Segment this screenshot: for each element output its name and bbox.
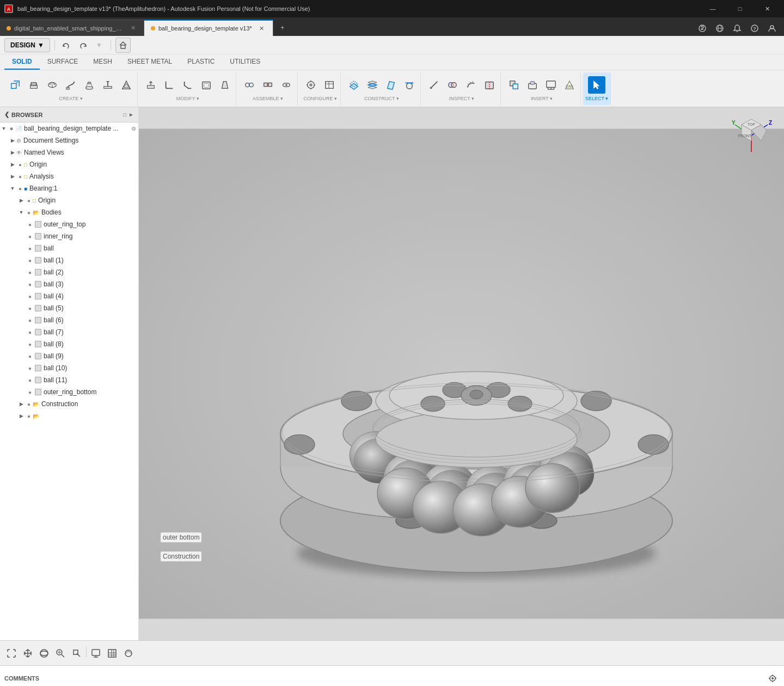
tree-item-body-9[interactable]: ● ball (7) xyxy=(0,326,138,338)
section-analysis-tool[interactable] xyxy=(481,76,498,94)
chamfer-tool[interactable] xyxy=(179,76,197,94)
fillet-tool[interactable] xyxy=(161,76,178,94)
joint-tool[interactable] xyxy=(241,76,258,94)
tree-item-body-11[interactable]: ● ball (9) xyxy=(0,350,138,362)
tree-item-body-5[interactable]: ● ball (3) xyxy=(0,278,138,290)
tree-item-body-12[interactable]: ● ball (10) xyxy=(0,362,138,374)
fit-screen-button[interactable] xyxy=(4,646,19,660)
eye-body-14[interactable]: ● xyxy=(26,388,34,396)
tree-item-origin[interactable]: ▶ ● □ Origin xyxy=(0,158,138,170)
tab-mesh[interactable]: MESH xyxy=(85,54,120,70)
eye-body-0[interactable]: ● xyxy=(26,220,34,228)
display-settings-button[interactable] xyxy=(89,646,103,660)
tab-solid[interactable]: SOLID xyxy=(4,54,40,70)
tab-2[interactable]: ball_bearing_design_template v13* ✕ xyxy=(144,20,273,36)
undo-history-button[interactable]: ▼ xyxy=(92,38,106,52)
insert-derive-tool[interactable] xyxy=(505,76,523,94)
tree-item-body-13[interactable]: ● ball (11) xyxy=(0,374,138,386)
web-tool[interactable] xyxy=(118,76,135,94)
midplane-tool[interactable] xyxy=(364,76,381,94)
eye-body-13[interactable]: ● xyxy=(26,376,34,384)
view-cube[interactable]: Z Y TOP FRONT xyxy=(730,114,773,157)
tree-item-origin2[interactable]: ▶ ● □ Origin xyxy=(0,194,138,206)
account-button[interactable] xyxy=(764,21,780,36)
tree-item-construction[interactable]: ▶ ● 📂 xyxy=(0,410,138,422)
tab-surface[interactable]: SURFACE xyxy=(40,54,86,70)
loft-tool[interactable] xyxy=(81,76,98,94)
extensions-button[interactable] xyxy=(695,21,710,36)
tree-item-body-0[interactable]: ● outer_ring_top xyxy=(0,218,138,230)
help-button[interactable]: ? xyxy=(747,21,762,36)
tree-item-body-3[interactable]: ● ball (1) xyxy=(0,254,138,266)
eye-body-9[interactable]: ● xyxy=(26,328,34,336)
tree-item-body-7[interactable]: ● ball (5) xyxy=(0,302,138,314)
canvas-tool[interactable] xyxy=(542,76,560,94)
plane-at-angle-tool[interactable] xyxy=(382,76,400,94)
revolve-tool[interactable] xyxy=(44,76,61,94)
eye-body-8[interactable]: ● xyxy=(26,316,34,324)
pan-button[interactable] xyxy=(21,646,35,660)
undo-button[interactable] xyxy=(59,38,74,52)
eye-body-3[interactable]: ● xyxy=(26,256,34,264)
eye-body-10[interactable]: ● xyxy=(26,340,34,348)
eye-body-7[interactable]: ● xyxy=(26,304,34,312)
tree-item-body-8[interactable]: ● ball (6) xyxy=(0,314,138,326)
maximize-button[interactable]: □ xyxy=(727,0,752,17)
eye-body-11[interactable]: ● xyxy=(26,352,34,360)
eye-construction[interactable]: ● xyxy=(25,412,33,420)
eye-body-12[interactable]: ● xyxy=(26,364,34,372)
tree-item-bodies[interactable]: ▼ ● 📂 Bodies xyxy=(0,206,138,218)
curvature-comb-tool[interactable] xyxy=(462,76,480,94)
tree-item-body-6[interactable]: ● ball (4) xyxy=(0,290,138,302)
tree-item-body-2[interactable]: ● ball xyxy=(0,242,138,254)
help-globe-button[interactable] xyxy=(712,21,727,36)
visual-style-button[interactable] xyxy=(121,646,136,660)
tree-item-body-10[interactable]: ● ball (8) xyxy=(0,338,138,350)
comments-settings-button[interactable] xyxy=(765,671,780,685)
collapse-icon[interactable]: ❮ xyxy=(4,111,9,118)
eye-sketches[interactable]: ● xyxy=(25,400,33,408)
tree-item-root[interactable]: ▼ ● 📄 ball_bearing_design_template ... ⚙ xyxy=(0,122,138,134)
insert-mcad-tool[interactable]: CAD xyxy=(561,76,578,94)
viewport[interactable]: Z Y TOP FRONT outer bottom Construction xyxy=(139,107,784,640)
interference-tool[interactable] xyxy=(444,76,461,94)
eye-body-5[interactable]: ● xyxy=(26,280,34,288)
eye-analysis[interactable]: ● xyxy=(16,173,24,180)
collapse-all-icon[interactable]: ► xyxy=(128,112,134,118)
tangent-plane-tool[interactable] xyxy=(401,76,418,94)
eye-bodies[interactable]: ● xyxy=(25,209,33,216)
redo-button[interactable] xyxy=(76,38,90,52)
tab-close-1[interactable]: ✕ xyxy=(128,24,137,33)
offset-plane-tool[interactable] xyxy=(345,76,363,94)
change-parameters-tool[interactable] xyxy=(302,76,320,94)
tree-item-doc-settings[interactable]: ▶ ⚙ Document Settings xyxy=(0,134,138,146)
notifications-button[interactable] xyxy=(730,21,745,36)
tab-close-2[interactable]: ✕ xyxy=(258,24,266,33)
decal-tool[interactable] xyxy=(524,76,541,94)
eye-body-4[interactable]: ● xyxy=(26,268,34,276)
expand-all-icon[interactable]: □ xyxy=(123,112,126,118)
title-bar-controls[interactable]: — □ ✕ xyxy=(700,0,780,17)
tree-item-analysis[interactable]: ▶ ● □ Analysis xyxy=(0,170,138,182)
tab-sheet-metal[interactable]: SHEET METAL xyxy=(120,54,180,70)
eye-origin[interactable]: ● xyxy=(16,161,24,168)
grid-button[interactable] xyxy=(105,646,119,660)
extrude-tool[interactable] xyxy=(25,76,42,94)
zoom-window-button[interactable] xyxy=(70,646,84,660)
shell-tool[interactable] xyxy=(198,76,215,94)
tree-item-body-4[interactable]: ● ball (2) xyxy=(0,266,138,278)
eye-body-2[interactable]: ● xyxy=(26,244,34,252)
new-tab-button[interactable]: + xyxy=(273,20,292,36)
home-button[interactable] xyxy=(115,38,131,53)
table-tool[interactable] xyxy=(321,76,338,94)
tree-item-sketches[interactable]: ▶ ● 📂 Construction xyxy=(0,398,138,410)
tree-item-body-14[interactable]: ● outer_ring_bottom xyxy=(0,386,138,398)
motion-link-tool[interactable] xyxy=(278,76,295,94)
tab-utilities[interactable]: UTILITIES xyxy=(222,54,268,70)
tab-1[interactable]: digital_twin_enabled_smart_shipping_work… xyxy=(0,20,144,36)
sweep-tool[interactable] xyxy=(62,76,79,94)
eye-origin2[interactable]: ● xyxy=(25,197,33,204)
minimize-button[interactable]: — xyxy=(700,0,725,17)
as-built-joint-tool[interactable] xyxy=(259,76,277,94)
orbit-button[interactable] xyxy=(37,646,51,660)
